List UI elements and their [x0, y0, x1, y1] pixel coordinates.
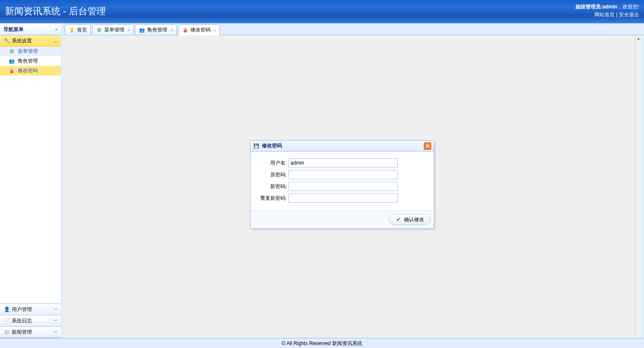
save-icon: [253, 143, 260, 149]
confirm-modify-button[interactable]: 确认修改: [389, 214, 430, 225]
panel-user-mgmt[interactable]: 用户管理 ︾: [0, 304, 61, 315]
check-icon: [395, 216, 402, 223]
welcome-text: 超级管理员:admin，欢迎您!: [575, 3, 639, 10]
close-icon[interactable]: ×: [170, 27, 173, 32]
new-password-label: 新密码:: [258, 182, 288, 191]
sidebar-title: 导航菜单: [3, 24, 24, 35]
dialog-body: 用户名: 原密码: 新密码: 重复新密码:: [251, 152, 434, 210]
accordion-spacer: [0, 76, 61, 304]
tabstrip: 首页 菜单管理 × 角色管理 × 修改密码 ×: [63, 24, 644, 35]
sidebar-header: 导航菜单 «: [0, 24, 61, 35]
repeat-password-label: 重复新密码:: [258, 194, 288, 203]
sidebar-item-change-password[interactable]: 修改密码: [0, 66, 61, 76]
app-title: 新闻资讯系统 - 后台管理: [5, 3, 106, 18]
bulb-icon: [69, 26, 75, 33]
old-password-label: 原密码:: [258, 170, 288, 179]
lock-icon: [182, 27, 189, 34]
sidebar-item-menu-mgmt[interactable]: 菜单管理: [0, 47, 61, 56]
sidebar-accordion: 🔧系统设置 ︽ 菜单管理 角色管理 修改密码 用户管理: [0, 35, 61, 338]
tab-role-mgmt[interactable]: 角色管理 ×: [135, 24, 177, 35]
rss-icon: [3, 329, 10, 335]
grid-icon: [8, 48, 15, 55]
wrench-icon: 🔧: [3, 37, 10, 44]
old-password-input[interactable]: [288, 170, 398, 179]
chevron-up-icon: ︽: [53, 35, 58, 47]
doc-icon: [3, 317, 10, 324]
dialog-header[interactable]: 修改密码 ✕: [251, 141, 434, 152]
panel-system-settings-body: 菜单管理 角色管理 修改密码: [0, 47, 61, 76]
main-area: 首页 菜单管理 × 角色管理 × 修改密码 × ▲: [63, 24, 644, 338]
chevron-down-icon: ︾: [53, 327, 58, 338]
repeat-password-input[interactable]: [288, 194, 398, 203]
new-password-input[interactable]: [288, 182, 398, 191]
username-input[interactable]: [288, 158, 398, 167]
chevron-down-icon: ︾: [53, 304, 58, 315]
dialog-close-button[interactable]: ✕: [424, 142, 431, 150]
panel-system-log[interactable]: 系统日志 ︾: [0, 315, 61, 327]
users-icon: [139, 26, 145, 33]
scroll-up-icon[interactable]: ▲: [635, 35, 642, 42]
header-user-area: 超级管理员:admin，欢迎您! 网站首页 | 安全退出: [575, 3, 639, 18]
dialog-footer: 确认修改: [251, 210, 434, 228]
user-icon: [3, 306, 10, 313]
tab-change-password[interactable]: 修改密码 ×: [178, 24, 220, 35]
tab-menu-mgmt[interactable]: 菜单管理 ×: [92, 24, 134, 35]
content-pane: ▲ 修改密码 ✕ 用户名: 原密码:: [63, 35, 644, 338]
dialog-title: 修改密码: [262, 142, 282, 149]
chevron-down-icon: ︾: [53, 315, 58, 327]
change-password-dialog: 修改密码 ✕ 用户名: 原密码: 新密码:: [250, 140, 434, 229]
close-icon[interactable]: ×: [214, 28, 216, 33]
panel-system-settings[interactable]: 🔧系统设置 ︽: [0, 35, 61, 47]
link-site-home[interactable]: 网站首页: [594, 12, 615, 18]
link-logout[interactable]: 安全退出: [619, 12, 639, 18]
panel-news-mgmt[interactable]: 新闻管理 ︾: [0, 327, 61, 338]
app-header: 新闻资讯系统 - 后台管理 超级管理员:admin，欢迎您! 网站首页 | 安全…: [0, 0, 644, 23]
scrollbar[interactable]: ▲: [635, 35, 642, 338]
lock-icon: [8, 68, 15, 74]
collapse-sidebar-icon[interactable]: «: [55, 24, 58, 35]
footer: © All Rights Reserved 新闻资讯系统: [0, 338, 644, 348]
users-icon: [8, 58, 15, 65]
sidebar-item-role-mgmt[interactable]: 角色管理: [0, 56, 61, 66]
tab-home[interactable]: 首页: [65, 24, 91, 35]
grid-icon: [96, 26, 103, 33]
close-icon[interactable]: ×: [127, 27, 130, 32]
sidebar: 导航菜单 « 🔧系统设置 ︽ 菜单管理 角色管理 修改密码: [0, 24, 63, 338]
username-label: 用户名:: [258, 158, 288, 167]
